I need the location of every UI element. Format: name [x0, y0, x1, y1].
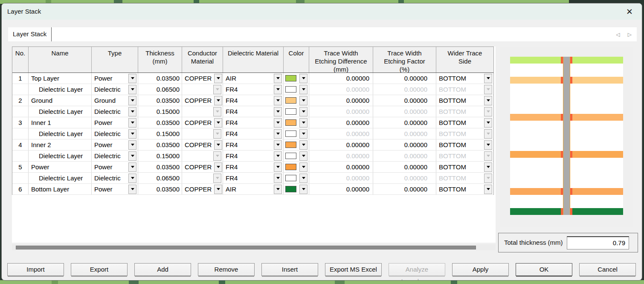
- cell-type[interactable]: Ground: [92, 95, 138, 106]
- cell-thickness[interactable]: 0.03500: [138, 117, 182, 128]
- cell-dielectric-material[interactable]: FR4: [223, 117, 284, 128]
- cell-color[interactable]: [284, 73, 309, 84]
- cell-color[interactable]: [284, 106, 309, 117]
- cell-thickness[interactable]: 0.03500: [138, 95, 182, 106]
- cell-name[interactable]: Dielectric Layer: [29, 173, 92, 183]
- cell-etching-factor[interactable]: 0.00000: [373, 117, 436, 128]
- cell-color[interactable]: [284, 151, 309, 161]
- cell-color[interactable]: [284, 95, 309, 106]
- wider-side-dropdown[interactable]: [484, 74, 492, 83]
- ok-button[interactable]: OK: [516, 263, 572, 276]
- cell-conductor-material[interactable]: COPPER: [182, 95, 223, 106]
- total-thickness-field[interactable]: 0.79: [567, 236, 629, 249]
- cell-type[interactable]: Dielectric: [92, 84, 138, 95]
- conductor-dropdown[interactable]: [214, 118, 222, 128]
- type-dropdown[interactable]: [128, 85, 136, 94]
- wider-side-dropdown[interactable]: [484, 185, 492, 194]
- cell-dielectric-material[interactable]: FR4: [223, 173, 284, 183]
- type-dropdown[interactable]: [128, 129, 136, 139]
- cancel-button[interactable]: Cancel: [579, 263, 636, 276]
- dielectric-dropdown[interactable]: [274, 140, 282, 150]
- dielectric-dropdown[interactable]: [274, 174, 282, 183]
- remove-button[interactable]: Remove: [198, 263, 255, 276]
- cell-type[interactable]: Dielectric: [92, 128, 138, 139]
- cell-name[interactable]: Bottom Layer: [29, 184, 92, 194]
- layer-color-swatch[interactable]: [285, 75, 296, 81]
- cell-name[interactable]: Dielectric Layer: [29, 106, 92, 117]
- cell-conductor-material[interactable]: COPPER: [182, 117, 223, 128]
- tab-prev-icon[interactable]: ◁: [616, 32, 620, 38]
- layer-color-swatch[interactable]: [285, 86, 296, 93]
- layer-color-swatch[interactable]: [285, 108, 296, 115]
- cell-conductor-material[interactable]: COPPER: [182, 184, 223, 194]
- color-dropdown[interactable]: [299, 96, 307, 105]
- cell-etching-difference[interactable]: 0.00000: [309, 73, 373, 84]
- color-dropdown[interactable]: [299, 140, 307, 150]
- cell-etching-difference[interactable]: 0.00000: [309, 139, 373, 150]
- cell-thickness[interactable]: 0.15000: [138, 128, 182, 139]
- cell-etching-factor[interactable]: 0.00000: [373, 162, 436, 172]
- import-button[interactable]: Import: [7, 263, 64, 276]
- horizontal-scrollbar-thumb[interactable]: [16, 246, 476, 249]
- cell-color[interactable]: [284, 162, 309, 172]
- layer-color-swatch[interactable]: [285, 142, 296, 148]
- cell-type[interactable]: Dielectric: [92, 151, 138, 161]
- cell-wider-trace-side[interactable]: BOTTOM: [436, 95, 493, 106]
- cell-thickness[interactable]: 0.03500: [138, 162, 182, 172]
- type-dropdown[interactable]: [128, 185, 136, 194]
- cell-etching-difference[interactable]: 0.00000: [309, 162, 373, 172]
- cell-thickness[interactable]: 0.03500: [138, 139, 182, 150]
- layer-color-swatch[interactable]: [285, 97, 296, 104]
- cell-dielectric-material[interactable]: FR4: [223, 151, 284, 161]
- cell-type[interactable]: Dielectric: [92, 173, 138, 183]
- export-ms-excel-button[interactable]: Export MS Excel: [325, 263, 382, 276]
- layer-color-swatch[interactable]: [285, 153, 296, 159]
- cell-thickness[interactable]: 0.15000: [138, 151, 182, 161]
- color-dropdown[interactable]: [299, 129, 307, 139]
- cell-wider-trace-side[interactable]: BOTTOM: [436, 73, 493, 84]
- cell-type[interactable]: Power: [92, 139, 138, 150]
- layer-color-swatch[interactable]: [285, 175, 296, 181]
- close-icon[interactable]: ✕: [624, 6, 635, 17]
- cell-conductor-material[interactable]: COPPER: [182, 73, 223, 84]
- cell-etching-factor[interactable]: 0.00000: [373, 95, 436, 106]
- cell-etching-factor[interactable]: 0.00000: [373, 139, 436, 150]
- dielectric-dropdown[interactable]: [274, 96, 282, 105]
- wider-side-dropdown[interactable]: [484, 162, 492, 172]
- cell-name[interactable]: Dielectric Layer: [29, 128, 92, 139]
- cell-wider-trace-side[interactable]: BOTTOM: [436, 162, 493, 172]
- cell-color[interactable]: [284, 117, 309, 128]
- layer-color-swatch[interactable]: [285, 130, 296, 137]
- conductor-dropdown[interactable]: [214, 96, 222, 105]
- color-dropdown[interactable]: [299, 85, 307, 94]
- cell-dielectric-material[interactable]: AIR: [223, 184, 284, 194]
- cell-dielectric-material[interactable]: FR4: [223, 139, 284, 150]
- cell-color[interactable]: [284, 128, 309, 139]
- cell-etching-factor[interactable]: 0.00000: [373, 73, 436, 84]
- cell-dielectric-material[interactable]: AIR: [223, 73, 284, 84]
- layer-color-swatch[interactable]: [285, 186, 296, 192]
- cell-thickness[interactable]: 0.03500: [138, 73, 182, 84]
- tab-layer-stack[interactable]: Layer Stack: [8, 27, 52, 41]
- cell-etching-difference[interactable]: 0.00000: [309, 117, 373, 128]
- cell-dielectric-material[interactable]: FR4: [223, 84, 284, 95]
- dielectric-dropdown[interactable]: [274, 185, 282, 194]
- insert-button[interactable]: Insert: [261, 263, 318, 276]
- type-dropdown[interactable]: [128, 151, 136, 161]
- wider-side-dropdown[interactable]: [484, 118, 492, 128]
- type-dropdown[interactable]: [128, 107, 136, 116]
- type-dropdown[interactable]: [128, 174, 136, 183]
- conductor-dropdown[interactable]: [214, 185, 222, 194]
- layer-color-swatch[interactable]: [285, 164, 296, 170]
- tab-next-icon[interactable]: ▷: [628, 32, 632, 38]
- color-dropdown[interactable]: [299, 74, 307, 83]
- cell-type[interactable]: Power: [92, 73, 138, 84]
- cell-thickness[interactable]: 0.15000: [138, 106, 182, 117]
- layer-color-swatch[interactable]: [285, 119, 296, 126]
- export-button[interactable]: Export: [71, 263, 128, 276]
- cell-wider-trace-side[interactable]: BOTTOM: [436, 184, 493, 194]
- cell-etching-difference[interactable]: 0.00000: [309, 95, 373, 106]
- dielectric-dropdown[interactable]: [274, 85, 282, 94]
- cell-dielectric-material[interactable]: FR4: [223, 162, 284, 172]
- cell-color[interactable]: [284, 173, 309, 183]
